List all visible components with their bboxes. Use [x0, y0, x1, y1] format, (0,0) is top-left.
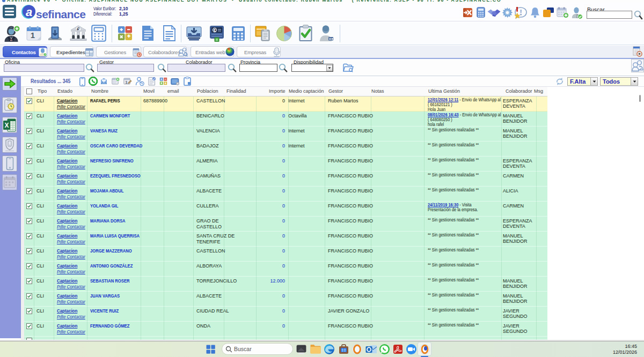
svg-text:1: 1	[125, 80, 128, 85]
svg-text:€: €	[214, 28, 216, 33]
svg-text:a: a	[26, 5, 32, 19]
svg-text:X: X	[4, 122, 9, 129]
svg-text:1: 1	[31, 31, 35, 40]
